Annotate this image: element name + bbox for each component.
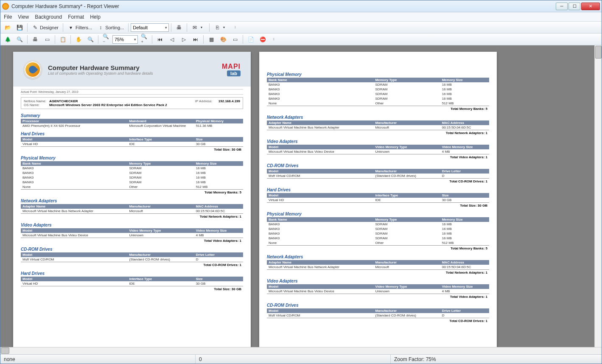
table-cell: None — [267, 241, 374, 245]
separator — [70, 35, 71, 44]
table-total: Total Video Adapters: 1 — [21, 238, 243, 244]
table-cell: Msft Virtual CD/ROM — [267, 313, 374, 318]
zoom-out-button[interactable]: 🔍⁻ — [101, 35, 112, 44]
table-header: Manufacturer — [374, 169, 440, 174]
table-header: Memory Size — [440, 78, 489, 82]
section-title: CD-ROM Drives — [267, 163, 489, 168]
maximize-button[interactable] — [568, 3, 580, 10]
find-button[interactable]: 🔍 — [14, 35, 25, 44]
table-cell: 16 MB — [440, 96, 489, 101]
table-cell: 16 MB — [194, 171, 243, 175]
style-combo[interactable]: Default — [131, 23, 169, 32]
sorting-button[interactable]: ↕Sorting... — [95, 23, 126, 32]
table-header: Model — [21, 252, 128, 257]
designer-icon: ✎ — [32, 24, 39, 31]
status-left: none — [0, 355, 196, 364]
separator — [243, 35, 243, 44]
table-cell: SDRAM — [128, 166, 194, 171]
table-cell: Unknown — [374, 289, 440, 294]
horizontal-scrollbar[interactable] — [0, 347, 602, 354]
table-total: Total Network Adapters: 1 — [21, 213, 243, 219]
save-button[interactable]: 💾 — [14, 23, 25, 32]
next-page-button[interactable]: ▷ — [178, 35, 189, 44]
filters-button[interactable]: ▾Filters... — [65, 23, 94, 32]
table-cell: SDRAM — [128, 180, 194, 185]
menu-view[interactable]: View — [18, 14, 29, 20]
menu-background[interactable]: Background — [35, 14, 62, 20]
zoom-tool-button[interactable]: 🔍 — [85, 35, 96, 44]
export-pdf-button[interactable]: 📄 — [245, 35, 256, 44]
find-icon: 🔍 — [16, 36, 23, 43]
stop-button[interactable]: ⛔ — [257, 35, 268, 44]
sort-icon: ↕ — [97, 24, 104, 31]
table-header: Drive Letter — [440, 308, 489, 313]
watermark-button[interactable]: ▭ — [230, 35, 241, 44]
scroll-thumb[interactable] — [595, 46, 602, 59]
menu-file[interactable]: File — [4, 14, 12, 20]
table-total: Total Network Adapters: 1 — [267, 130, 489, 136]
separator — [187, 23, 187, 32]
table-row: BANK0SDRAM16 MB — [267, 231, 489, 236]
first-page-button[interactable]: ⏮ — [154, 35, 165, 44]
menu-help[interactable]: Help — [90, 14, 101, 20]
export-button[interactable]: ⎘▾ — [212, 23, 230, 32]
email-button[interactable]: ✉▾ — [189, 23, 207, 32]
toolbar-overflow[interactable]: ⁝ — [230, 23, 240, 32]
table-cell: Unknown — [374, 149, 440, 154]
table-cell: BANK0 — [267, 92, 374, 96]
table-cell: SDRAM — [374, 96, 440, 101]
table-cell: Microsoft — [374, 265, 440, 269]
zoom-in-button[interactable]: 🔍⁺ — [139, 35, 150, 44]
menu-format[interactable]: Format — [68, 14, 84, 20]
table-cell: 16 MB — [440, 87, 489, 92]
table-row: NoneOther512 MB — [267, 241, 489, 245]
table-total: Total Video Adapters: 1 — [267, 154, 489, 160]
section-title: Hard Drives — [21, 271, 243, 276]
table-header: Video Memory Type — [374, 284, 440, 289]
close-button[interactable] — [581, 3, 600, 10]
page-setup-button[interactable]: ▭ — [42, 35, 53, 44]
table-header: Mainboard — [128, 119, 194, 123]
app-icon — [2, 3, 9, 10]
data-table: ModelInterface TypeSizeVirtual HDIDE30 G… — [21, 137, 243, 146]
data-table: ModelManufacturerDrive LetterMsft Virtua… — [21, 252, 243, 262]
separator — [98, 35, 98, 44]
table-cell: Microsoft Corporation Virtual Machine — [128, 123, 194, 128]
last-page-button[interactable]: ⏭ — [190, 35, 201, 44]
toolbar-overflow-2[interactable]: ⁝ — [269, 35, 278, 44]
open-button[interactable]: 📂 — [2, 23, 13, 32]
hscroll-thumb[interactable] — [1, 347, 9, 354]
separator — [128, 23, 129, 32]
prev-page-button[interactable]: ◁ — [166, 35, 177, 44]
report-viewport[interactable]: Computer Hardware Summary List of comput… — [0, 45, 602, 347]
table-cell: Microsoft Virtual Machine Bus Network Ad… — [21, 209, 128, 213]
copy-button[interactable]: 📋 — [57, 35, 68, 44]
dropdown-icon: ▾ — [198, 24, 205, 31]
table-row: BANK0SDRAM16 MB — [267, 92, 489, 96]
menubar: File View Background Format Help — [0, 12, 602, 22]
tree-button[interactable]: 🌲 — [2, 35, 13, 44]
hand-button[interactable]: ✋ — [73, 35, 84, 44]
watermark-icon: ▭ — [232, 36, 238, 43]
section-title: Video Adapters — [267, 139, 489, 144]
report-infobox: Netbios Name: AGENTCHECKER IP Address: 1… — [21, 97, 243, 109]
table-cell: BANK0 — [267, 222, 374, 227]
palette-icon: 🎨 — [220, 36, 227, 43]
vertical-scrollbar[interactable] — [594, 45, 602, 347]
email-icon: ✉ — [191, 24, 198, 31]
designer-button[interactable]: ✎Designer — [30, 23, 61, 32]
minimize-button[interactable] — [556, 3, 568, 10]
print2-button[interactable]: 🖶 — [30, 35, 41, 44]
ip-label: IP Address: — [195, 99, 218, 103]
table-header: Manufacturer — [128, 204, 194, 209]
stop-icon: ⛔ — [259, 36, 266, 43]
table-cell: BANK0 — [267, 227, 374, 231]
table-header: Model — [21, 137, 128, 142]
color-button[interactable]: 🎨 — [218, 35, 229, 44]
print-button[interactable]: 🖶 — [174, 23, 185, 32]
multipage-button[interactable]: ▦ — [206, 35, 217, 44]
app-window: Computer Hardware Summary* - Report View… — [0, 0, 602, 364]
table-cell: (Standard CD-ROM drives) — [128, 257, 194, 262]
zoom-combo[interactable]: 75% — [112, 35, 138, 44]
print-icon: 🖶 — [176, 24, 182, 31]
